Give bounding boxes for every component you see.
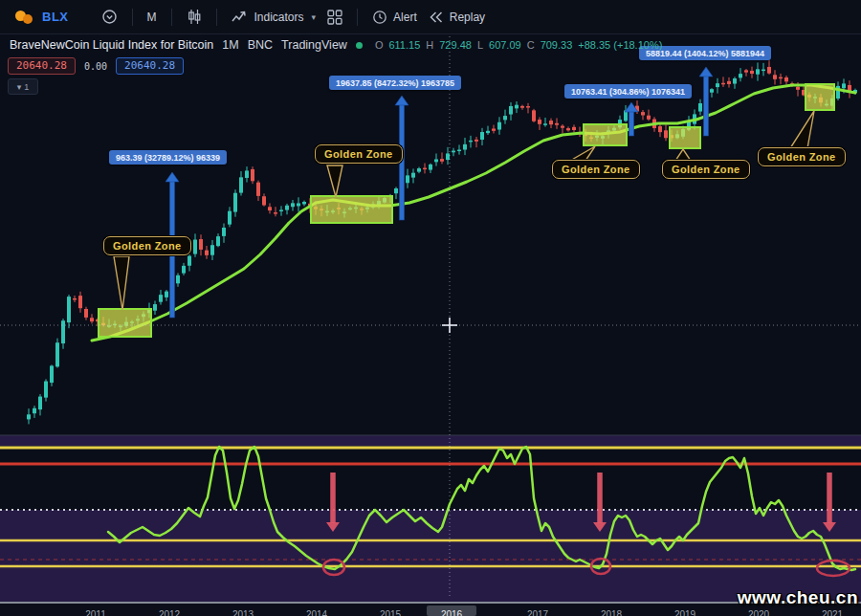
buy-sell-row: 20640.28 0.00 20640.28 xyxy=(8,57,184,75)
high-value: 729.48 xyxy=(439,39,472,51)
price-change-label[interactable]: 963.39 (32789.12%) 96339 xyxy=(109,150,227,165)
spread-value: 0.00 xyxy=(84,61,107,72)
golden-zone-label[interactable]: Golden Zone xyxy=(662,160,750,179)
golden-zone-box xyxy=(311,196,392,223)
price-change-label[interactable]: 19637.85 (8472.32%) 1963785 xyxy=(329,76,461,90)
layout-grid-button[interactable] xyxy=(321,6,348,29)
golden-zone-box xyxy=(584,124,627,145)
year-label: 2020 xyxy=(748,609,770,616)
legend-exchange: BNC xyxy=(248,38,273,52)
change-value: +88.35 (+18.10%) xyxy=(578,39,662,51)
circle-caret-icon xyxy=(101,9,118,25)
buy-price-button[interactable]: 20640.28 xyxy=(116,57,184,75)
year-label: 2018 xyxy=(601,609,623,616)
crosshair-date-label: 2016 xyxy=(441,609,463,616)
timeframe-label: M xyxy=(147,11,157,24)
alert-clock-icon xyxy=(372,10,387,25)
replay-label: Replay xyxy=(450,11,485,24)
replay-button[interactable]: Replay xyxy=(423,7,491,28)
chevron-down-icon: ▾ xyxy=(17,82,22,92)
golden-zone-label[interactable]: Golden Zone xyxy=(315,144,403,164)
chart-style-button[interactable] xyxy=(181,5,208,29)
year-label: 2014 xyxy=(306,609,328,616)
up-arrow-stem xyxy=(629,111,634,136)
symbol-button[interactable]: BLX xyxy=(10,6,75,29)
low-value: 607.09 xyxy=(489,39,521,51)
low-label: L xyxy=(477,39,483,51)
legend-interval[interactable]: 1M xyxy=(222,38,238,52)
connection-dot-icon xyxy=(356,42,363,49)
top-toolbar: BLX M Indicato xyxy=(0,0,861,34)
replay-icon xyxy=(429,11,444,24)
golden-zone-box xyxy=(99,309,151,337)
symbol-label: BLX xyxy=(42,10,69,24)
year-label: 2021 xyxy=(822,609,844,616)
year-label: 2017 xyxy=(527,609,549,616)
golden-zone-label[interactable]: Golden Zone xyxy=(103,236,191,255)
sell-price-button[interactable]: 20640.28 xyxy=(8,57,76,75)
compare-symbol-button[interactable] xyxy=(96,5,123,29)
year-label: 2013 xyxy=(232,609,254,616)
chart-legend: BraveNewCoin Liquid Index for Bitcoin 1M… xyxy=(10,38,662,52)
legend-vendor: TradingView xyxy=(281,38,347,52)
year-label: 2012 xyxy=(159,609,181,616)
blx-logo-icon xyxy=(15,10,36,25)
golden-zone-box xyxy=(670,127,700,148)
year-label: 2019 xyxy=(674,609,696,616)
high-label: H xyxy=(426,39,433,51)
timeframe-button[interactable]: M xyxy=(142,7,163,28)
close-value: 709.33 xyxy=(541,39,573,51)
candlestick-icon xyxy=(187,9,202,25)
up-arrow-stem xyxy=(704,76,709,136)
year-label: 2015 xyxy=(380,609,402,616)
indicators-button[interactable]: Indicators ▾ xyxy=(226,6,322,28)
indicators-icon xyxy=(232,10,249,24)
down-arrow-stem xyxy=(597,473,603,523)
watermark: www.cheu.cn xyxy=(738,587,858,608)
down-arrow-stem xyxy=(330,473,336,523)
ohlc-values: O611.15 H729.48 L607.09 C709.33 +88.35 (… xyxy=(375,39,662,51)
price-change-label[interactable]: 10763.41 (304.86%) 1076341 xyxy=(564,84,692,99)
open-label: O xyxy=(375,39,384,51)
grid-icon xyxy=(327,10,342,25)
golden-zone-label[interactable]: Golden Zone xyxy=(552,160,640,179)
legend-title[interactable]: BraveNewCoin Liquid Index for Bitcoin xyxy=(10,38,213,52)
alert-label: Alert xyxy=(393,11,417,24)
legend-collapse-button[interactable]: ▾ 1 xyxy=(8,78,38,95)
tradingview-window: 2011201220132014201520172018201920202021… xyxy=(0,0,861,616)
collapse-count: 1 xyxy=(24,82,29,92)
alert-button[interactable]: Alert xyxy=(366,6,423,29)
golden-zone-box xyxy=(806,84,834,110)
golden-zone-label[interactable]: Golden Zone xyxy=(758,147,846,166)
chevron-down-icon: ▾ xyxy=(312,12,317,22)
chart-canvas[interactable]: 2011201220132014201520172018201920202021… xyxy=(0,0,861,616)
down-arrow-stem xyxy=(827,473,832,523)
close-label: C xyxy=(527,39,535,51)
indicators-label: Indicators xyxy=(254,11,304,24)
open-value: 611.15 xyxy=(388,39,420,51)
year-label: 2011 xyxy=(85,609,106,616)
